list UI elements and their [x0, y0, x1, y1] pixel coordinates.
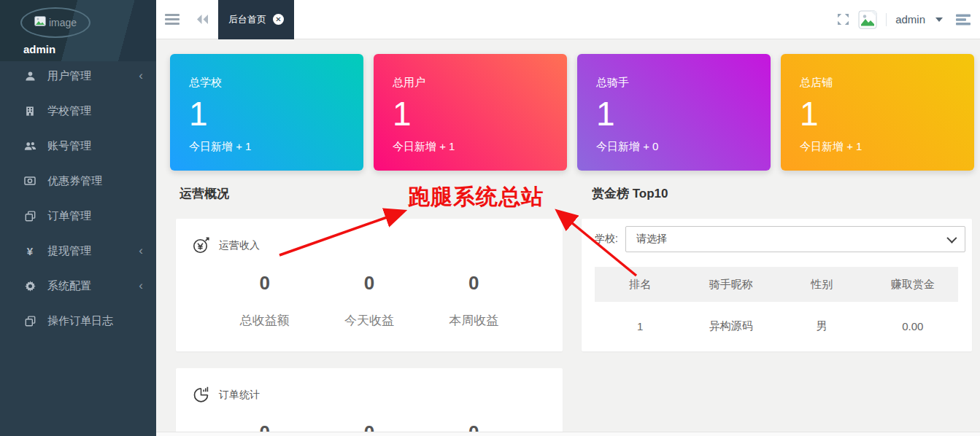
sidebar-username: admin: [23, 43, 156, 55]
column-header: 性别: [776, 278, 868, 292]
stat-card-users[interactable]: 总用户 1 今日新增 + 1: [374, 54, 567, 171]
admin-dashboard: image admin 用户管理 ‹ 学校管理: [0, 0, 980, 436]
avatar[interactable]: [858, 10, 877, 29]
school-icon: [22, 106, 38, 117]
column-header: 排名: [595, 278, 686, 292]
horizontal-scrollbar-track[interactable]: [156, 432, 980, 436]
stat-subtitle: 今日新增 + 1: [189, 140, 344, 154]
chevron-down-icon: [946, 233, 957, 244]
topbar-username[interactable]: admin: [895, 13, 925, 26]
order-stats-panel: 订单统计 0 0 0: [176, 368, 563, 436]
stat-title: 总用户: [393, 76, 548, 90]
sidebar-item-order-logs[interactable]: 操作订单日志: [0, 303, 156, 338]
users-group-icon: [22, 141, 38, 152]
cell-rank: 1: [595, 320, 686, 332]
orders-panel-title: 订单统计: [219, 389, 260, 402]
copy-icon: [22, 316, 38, 327]
sidebar-item-users[interactable]: 用户管理 ‹: [0, 58, 156, 93]
divider: [886, 13, 887, 26]
topbar-right: admin: [837, 10, 980, 29]
income-stat-week: 0 本周收益: [422, 272, 526, 329]
stat-cards-row: 总学校 1 今日新增 + 1 总用户 1 今日新增 + 1 总骑手 1 今日新增…: [170, 54, 974, 171]
income-stat-total: 0 总收益额: [212, 272, 317, 329]
sidebar-item-label: 系统配置: [47, 279, 91, 293]
gear-icon: [22, 281, 38, 292]
section-heading-bounty: 赏金榜 Top10: [592, 185, 668, 202]
stat-card-riders[interactable]: 总骑手 1 今日新增 + 0: [577, 54, 771, 171]
stat-value: 1: [800, 96, 955, 133]
income-icon: [192, 236, 210, 254]
yen-icon: ¥: [22, 245, 38, 257]
sidebar: image admin 用户管理 ‹ 学校管理: [0, 0, 156, 436]
sidebar-item-schools[interactable]: 学校管理: [0, 93, 156, 128]
sidebar-item-label: 订单管理: [47, 209, 91, 223]
pie-chart-icon: [192, 386, 210, 404]
sidebar-item-label: 提现管理: [47, 244, 91, 258]
sidebar-item-label: 学校管理: [47, 104, 91, 118]
school-select[interactable]: 请选择: [625, 226, 965, 252]
chevron-left-icon: ‹: [139, 279, 143, 292]
school-select-value: 请选择: [636, 233, 667, 246]
menu-toggle-icon[interactable]: [165, 12, 180, 28]
collapse-tabs-icon[interactable]: [196, 14, 209, 25]
bounty-table: 排名 骑手昵称 性别 赚取赏金 1 异构源码 男 0.00: [595, 267, 958, 350]
theme-panel-icon[interactable]: [956, 14, 971, 26]
annotation-text: 跑腿系统总站: [408, 182, 544, 212]
stat-value: 1: [189, 96, 344, 133]
fullscreen-icon[interactable]: [837, 13, 849, 26]
logo-text: image: [49, 17, 77, 28]
income-panel-title: 运营收入: [219, 239, 260, 252]
sidebar-item-label: 账号管理: [47, 139, 91, 153]
sidebar-item-settings[interactable]: 系统配置 ‹: [0, 268, 156, 303]
chevron-left-icon: ‹: [139, 244, 143, 257]
stat-title: 总学校: [189, 76, 344, 90]
sidebar-item-label: 用户管理: [47, 69, 91, 83]
sidebar-item-orders[interactable]: 订单管理: [0, 198, 156, 233]
topbar: 后台首页 ✕ admin: [156, 0, 980, 39]
copy-icon: [22, 211, 38, 222]
tab-dashboard[interactable]: 后台首页 ✕: [218, 0, 294, 39]
school-select-label: 学校:: [595, 233, 625, 246]
stat-card-shops[interactable]: 总店铺 1 今日新增 + 1: [781, 54, 974, 171]
sidebar-logo-area: image admin: [0, 0, 156, 61]
logo-placeholder: image: [20, 7, 90, 38]
sidebar-item-accounts[interactable]: 账号管理: [0, 128, 156, 163]
chevron-down-icon[interactable]: [935, 17, 943, 22]
table-row[interactable]: 1 异构源码 男 0.00: [595, 302, 958, 350]
section-heading-overview: 运营概况: [180, 185, 229, 202]
tab-label: 后台首页: [228, 13, 266, 26]
sidebar-item-label: 优惠券管理: [47, 174, 102, 188]
chevron-left-icon: ‹: [139, 69, 143, 82]
sidebar-item-withdrawals[interactable]: ¥ 提现管理 ‹: [0, 233, 156, 268]
income-stat-today: 0 今天收益: [317, 272, 421, 329]
sidebar-item-coupons[interactable]: 优惠券管理: [0, 163, 156, 198]
stat-value: 1: [596, 96, 752, 133]
sidebar-menu: 用户管理 ‹ 学校管理 账号管理 优惠券管理: [0, 58, 156, 338]
stat-title: 总店铺: [800, 76, 955, 90]
broken-image-icon: [34, 16, 46, 29]
cell-gender: 男: [776, 319, 868, 333]
sidebar-item-label: 操作订单日志: [47, 314, 113, 328]
column-header: 骑手昵称: [686, 278, 777, 292]
tab-close-icon[interactable]: ✕: [273, 14, 284, 25]
cell-bounty: 0.00: [868, 320, 959, 332]
stat-subtitle: 今日新增 + 1: [393, 140, 548, 154]
cell-rider-name: 异构源码: [686, 319, 777, 333]
income-panel: 运营收入 0 总收益额 0 今天收益 0 本周收益: [176, 219, 563, 351]
bounty-table-header: 排名 骑手昵称 性别 赚取赏金: [595, 267, 958, 302]
bounty-panel: 学校: 请选择 排名 骑手昵称 性别 赚取赏金 1 异构源码 男 0.00: [582, 219, 972, 351]
main-content: 总学校 1 今日新增 + 1 总用户 1 今日新增 + 1 总骑手 1 今日新增…: [156, 39, 980, 436]
stat-subtitle: 今日新增 + 0: [596, 140, 752, 154]
stat-value: 1: [393, 96, 548, 133]
stat-subtitle: 今日新增 + 1: [800, 140, 955, 154]
column-header: 赚取赏金: [868, 278, 959, 292]
coupon-icon: [22, 176, 38, 186]
stat-card-schools[interactable]: 总学校 1 今日新增 + 1: [170, 54, 363, 171]
stat-title: 总骑手: [596, 76, 752, 90]
user-icon: [22, 71, 38, 82]
